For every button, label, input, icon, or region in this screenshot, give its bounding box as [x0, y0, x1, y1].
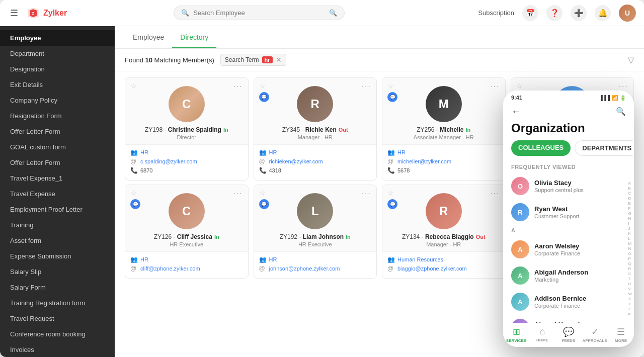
- bell-icon[interactable]: 🔔: [595, 5, 611, 21]
- alphabet-letter-a[interactable]: A: [628, 181, 632, 186]
- alphabet-letter-q[interactable]: Q: [628, 261, 632, 266]
- mobile-list-item[interactable]: R Ryan West Customer Support: [503, 199, 634, 225]
- more-icon[interactable]: ···: [619, 82, 628, 91]
- add-icon[interactable]: ➕: [571, 5, 587, 21]
- sidebar-item-training-registration[interactable]: Training Registration form: [0, 295, 115, 311]
- star-icon[interactable]: ☆: [259, 189, 266, 197]
- tab-employee[interactable]: Employee: [125, 26, 172, 48]
- alphabet-letter-p[interactable]: P: [628, 256, 632, 261]
- more-icon[interactable]: ···: [362, 189, 371, 198]
- mobile-search-icon[interactable]: 🔍: [616, 107, 626, 116]
- sidebar-item-salary-slip[interactable]: Salary Slip: [0, 264, 115, 280]
- chat-icon[interactable]: 💬: [387, 92, 397, 102]
- mobile-nav-feeds[interactable]: 💬 FEEDS: [555, 326, 582, 343]
- alphabet-letter-b[interactable]: B: [628, 186, 632, 191]
- alphabet-letter-w[interactable]: W: [628, 292, 632, 296]
- user-avatar[interactable]: U: [619, 5, 636, 22]
- sidebar-item-employment-proof[interactable]: Employment Proof Letter: [0, 202, 115, 217]
- alphabet-letter-s[interactable]: S: [628, 272, 632, 276]
- sidebar-item-travel-expense1[interactable]: Travel Expense_1: [0, 170, 115, 186]
- calendar-icon[interactable]: 📅: [522, 5, 538, 21]
- mobile-list-item[interactable]: A Ahmed Hussain IT: [503, 315, 634, 323]
- chat-icon[interactable]: 💬: [387, 199, 397, 209]
- star-icon[interactable]: ☆: [387, 82, 394, 90]
- tab-directory[interactable]: Directory: [172, 26, 216, 48]
- alphabet-letter-z[interactable]: Z: [628, 307, 632, 311]
- sidebar-item-employee[interactable]: Employee: [0, 30, 115, 46]
- alphabet-letter-o[interactable]: O: [628, 251, 632, 256]
- sidebar-item-training[interactable]: Training: [0, 217, 115, 233]
- alphabet-letter-n[interactable]: N: [628, 246, 632, 251]
- mobile-nav-more[interactable]: ☰ MORE: [608, 326, 634, 343]
- search-tag[interactable]: Search Term hr ✕: [220, 54, 286, 66]
- employee-card[interactable]: ☆ ··· 💬 R ZY134 - Rebecca BiaggioOut Man…: [382, 185, 506, 279]
- employee-card[interactable]: ☆ ··· 💬 M ZY256 - MichelleIn Associate M…: [382, 77, 506, 181]
- more-icon[interactable]: ···: [490, 82, 500, 91]
- alphabet-letter-x[interactable]: X: [628, 297, 632, 301]
- sidebar-item-department[interactable]: Department: [0, 46, 115, 61]
- star-icon[interactable]: ☆: [130, 189, 137, 197]
- sidebar-item-designation[interactable]: Designation: [0, 61, 115, 77]
- employee-card[interactable]: ☆ ··· 💬 R ZY345 - Richie KenOut Manager …: [254, 77, 377, 181]
- tag-close-icon[interactable]: ✕: [276, 56, 282, 64]
- alphabet-letter-e[interactable]: E: [628, 201, 632, 206]
- star-icon[interactable]: ☆: [259, 82, 266, 90]
- alphabet-letter-r[interactable]: R: [628, 266, 632, 271]
- sidebar-item-salary-form[interactable]: Salary Form: [0, 280, 115, 295]
- alphabet-letter-m[interactable]: M: [628, 241, 632, 246]
- sidebar-item-expense-submission[interactable]: Expense Submission: [0, 248, 115, 264]
- search-submit-icon[interactable]: 🔍: [329, 9, 337, 17]
- alphabet-letter-j[interactable]: J: [628, 226, 632, 231]
- sidebar-item-exit-details[interactable]: Exit Details: [0, 77, 115, 93]
- filter-icon[interactable]: ▽: [628, 55, 634, 65]
- mobile-list-item[interactable]: A Aaron Welsley Corporate Finance: [503, 236, 634, 262]
- employee-card[interactable]: ☆ ··· C ZY198 - Christine SpaldingIn Dir…: [125, 77, 249, 181]
- sidebar-item-invoices[interactable]: Invoices: [0, 342, 115, 357]
- alphabet-letter-y[interactable]: Y: [628, 302, 632, 306]
- alphabet-letter-h[interactable]: H: [628, 216, 632, 221]
- star-icon[interactable]: ☆: [516, 82, 523, 90]
- sidebar-item-travel-expense[interactable]: Travel Expense: [0, 186, 115, 202]
- employee-card[interactable]: ☆ ··· 💬 L ZY192 - Liam JohnsonIn HR Exec…: [254, 185, 377, 279]
- chat-icon[interactable]: 💬: [130, 199, 140, 209]
- search-input[interactable]: [193, 9, 325, 17]
- hamburger-icon[interactable]: ☰: [8, 6, 20, 21]
- sidebar-item-company-policy[interactable]: Company Policy: [0, 93, 115, 108]
- mobile-tab-colleagues[interactable]: COLLEAGUES: [511, 140, 571, 156]
- more-icon[interactable]: ···: [233, 189, 243, 198]
- mobile-tab-departments[interactable]: DEPARTMENTS: [575, 140, 634, 156]
- help-icon[interactable]: ❓: [546, 5, 562, 21]
- alphabet-letter-f[interactable]: F: [628, 206, 632, 211]
- alphabet-letter-l[interactable]: L: [628, 236, 632, 241]
- sidebar-item-offer-letter-form2[interactable]: Offer Letter Form: [0, 155, 115, 170]
- alphabet-letter-g[interactable]: G: [628, 211, 632, 216]
- alphabet-letter-u[interactable]: U: [628, 282, 632, 286]
- mobile-list-item[interactable]: A Abigail Anderson Marketing: [503, 262, 634, 289]
- search-bar[interactable]: 🔍 🔍: [174, 6, 345, 20]
- mobile-nav-home[interactable]: ⌂ HOME: [529, 326, 555, 343]
- back-icon[interactable]: ←: [511, 106, 521, 117]
- sidebar-item-offer-letter-form[interactable]: Offer Letter Form: [0, 124, 115, 139]
- more-icon[interactable]: ···: [490, 189, 500, 198]
- chat-icon[interactable]: 💬: [259, 92, 269, 102]
- more-icon[interactable]: ···: [233, 82, 243, 91]
- mobile-list-item[interactable]: A Addison Bernice Corporate Finance: [503, 289, 634, 315]
- mobile-nav-approvals[interactable]: ✓ APPROVALS: [582, 326, 608, 343]
- alphabet-letter-c[interactable]: C: [628, 191, 632, 196]
- sidebar-item-resignation-form[interactable]: Resignation Form: [0, 108, 115, 124]
- alphabet-letter-k[interactable]: K: [628, 231, 632, 236]
- sidebar-item-goal-custom-form[interactable]: GOAL custom form: [0, 139, 115, 155]
- employee-card[interactable]: ☆ ··· 💬 C ZY126 - Cliff JessicaIn HR Exe…: [125, 185, 249, 279]
- alphabet-letter-d[interactable]: D: [628, 196, 632, 201]
- star-icon[interactable]: ☆: [130, 82, 137, 90]
- more-icon[interactable]: ···: [362, 82, 371, 91]
- mobile-list-item[interactable]: O Olivia Stacy Support central plus: [503, 173, 634, 199]
- sidebar-item-asset-form[interactable]: Asset form: [0, 233, 115, 248]
- mobile-alphabet-index[interactable]: ABCDEFGHIJKLMNOPQRSTUVWXYZ#: [628, 181, 632, 316]
- alphabet-letter-#[interactable]: #: [628, 312, 632, 316]
- alphabet-letter-t[interactable]: T: [628, 277, 632, 281]
- mobile-nav-services[interactable]: ⊞ SERVICES: [503, 326, 529, 343]
- subscription-label[interactable]: Subscription: [478, 9, 514, 17]
- sidebar-item-conference-room[interactable]: Conference room booking: [0, 326, 115, 342]
- alphabet-letter-v[interactable]: V: [628, 287, 632, 291]
